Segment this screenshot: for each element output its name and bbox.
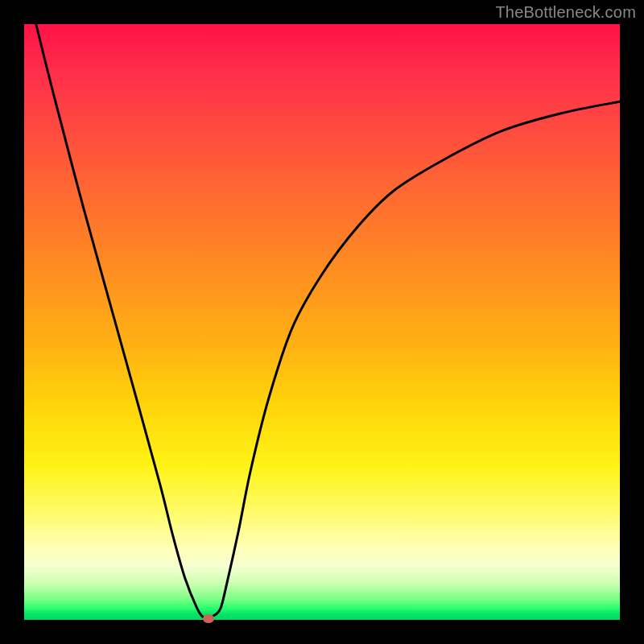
- chart-frame: TheBottleneck.com: [0, 0, 644, 644]
- curve-svg: [24, 24, 620, 620]
- watermark-text: TheBottleneck.com: [495, 3, 636, 22]
- plot-area: [24, 24, 620, 620]
- bottleneck-curve: [36, 24, 620, 617]
- optimum-marker: [203, 614, 214, 623]
